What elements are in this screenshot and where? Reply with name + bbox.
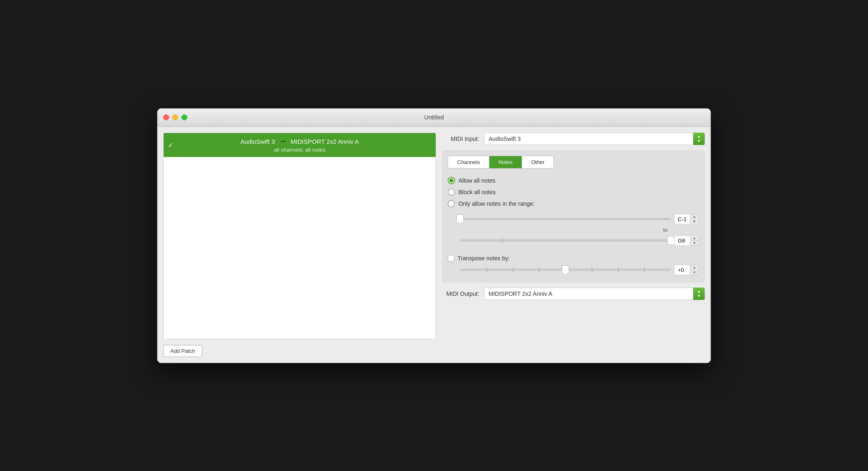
range-high-input-wrapper: ▲ ▼: [674, 236, 699, 246]
radio-block-all-label: Block all notes: [458, 189, 496, 195]
midi-output-label: MIDI Output:: [442, 290, 479, 297]
patch-subtitle: all channels; all notes: [169, 147, 430, 153]
traffic-lights: [163, 114, 187, 120]
patch-checkmark: ✓: [168, 141, 173, 149]
transpose-stepper-down[interactable]: ▼: [690, 270, 699, 275]
minimize-button[interactable]: [172, 114, 178, 120]
tab-notes[interactable]: Notes: [489, 156, 522, 168]
radio-range-label: Only allow notes in the range:: [458, 200, 534, 207]
right-panel: MIDI Input: AudioSwift 3 ▲ ▼ Channels No…: [442, 133, 705, 357]
radio-range[interactable]: Only allow notes in the range:: [448, 200, 699, 207]
transpose-stepper: ▲ ▼: [690, 265, 699, 275]
midi-input-row: MIDI Input: AudioSwift 3 ▲ ▼: [442, 133, 705, 145]
add-patch-area: Add Patch: [163, 343, 436, 357]
midi-output-select[interactable]: MIDISPORT 2x2 Anniv A: [484, 288, 705, 300]
patch-item[interactable]: ✓ AudioSwift 3 → MIDISPORT 2x2 Anniv A a…: [164, 133, 436, 157]
tabs-area: Channels Notes Other Allow all notes: [442, 150, 705, 283]
range-high-stepper-up[interactable]: ▲: [690, 236, 699, 240]
range-low-stepper-up[interactable]: ▲: [690, 214, 699, 219]
notes-content: Allow all notes Block all notes Only all…: [448, 175, 699, 277]
midi-input-select[interactable]: AudioSwift 3: [484, 133, 705, 145]
tabs-header: Channels Notes Other: [448, 156, 554, 169]
range-low-track: [460, 218, 671, 220]
radio-range-circle: [448, 200, 455, 207]
range-low-stepper: ▲ ▼: [690, 214, 699, 224]
radio-allow-all[interactable]: Allow all notes: [448, 177, 699, 184]
radio-allow-all-label: Allow all notes: [458, 177, 496, 184]
patch-arrow-icon: →: [279, 137, 286, 146]
tab-other[interactable]: Other: [522, 156, 554, 168]
range-high-stepper-down[interactable]: ▼: [690, 240, 699, 246]
midi-input-select-wrapper: AudioSwift 3 ▲ ▼: [484, 133, 705, 145]
maximize-button[interactable]: [181, 114, 187, 120]
range-high-stepper: ▲ ▼: [690, 236, 699, 246]
transpose-track: [460, 269, 671, 271]
range-high-thumb[interactable]: [667, 236, 675, 245]
radio-allow-all-circle: [448, 177, 455, 184]
patch-source: AudioSwift 3: [241, 138, 275, 145]
range-section: ▲ ▼ to: [448, 214, 699, 246]
radio-block-all-circle: [448, 188, 455, 196]
add-patch-button[interactable]: Add Patch: [163, 345, 202, 357]
range-low-thumb[interactable]: [456, 214, 464, 224]
transpose-value-wrapper: ▲ ▼: [674, 265, 699, 275]
left-panel: ✓ AudioSwift 3 → MIDISPORT 2x2 Anniv A a…: [163, 133, 436, 357]
range-high-slider-row: ▲ ▼: [460, 236, 699, 246]
radio-group: Allow all notes Block all notes Only all…: [448, 177, 699, 207]
transpose-section: Transpose notes by:: [448, 255, 699, 275]
midi-input-label: MIDI Input:: [442, 136, 479, 142]
range-high-track: [460, 239, 671, 242]
range-low-stepper-down[interactable]: ▼: [690, 219, 699, 224]
patch-list: ✓ AudioSwift 3 → MIDISPORT 2x2 Anniv A a…: [163, 133, 436, 339]
patch-destination: MIDISPORT 2x2 Anniv A: [291, 138, 359, 145]
midi-output-row: MIDI Output: MIDISPORT 2x2 Anniv A ▲ ▼: [442, 288, 705, 300]
titlebar: Untitled: [157, 109, 711, 127]
close-button[interactable]: [163, 114, 169, 120]
range-to-label: to: [460, 227, 671, 233]
transpose-slider-row: ▲ ▼: [448, 265, 699, 275]
patch-item-row: AudioSwift 3 → MIDISPORT 2x2 Anniv A: [169, 137, 430, 146]
transpose-thumb[interactable]: [562, 265, 569, 274]
app-window: Untitled ✓ AudioSwift 3 → MIDISPORT 2x2 …: [157, 108, 711, 363]
tab-channels[interactable]: Channels: [448, 156, 489, 168]
midi-output-select-wrapper: MIDISPORT 2x2 Anniv A ▲ ▼: [484, 288, 705, 300]
patch-list-empty-area: [164, 157, 436, 335]
range-low-input-wrapper: ▲ ▼: [674, 214, 699, 224]
window-title: Untitled: [424, 114, 444, 121]
transpose-checkbox[interactable]: [448, 255, 454, 262]
radio-block-all[interactable]: Block all notes: [448, 188, 699, 196]
range-low-slider-row: ▲ ▼: [460, 214, 699, 224]
window-body: ✓ AudioSwift 3 → MIDISPORT 2x2 Anniv A a…: [157, 127, 711, 363]
transpose-stepper-up[interactable]: ▲: [690, 265, 699, 270]
transpose-checkbox-row[interactable]: Transpose notes by:: [448, 255, 699, 262]
transpose-label: Transpose notes by:: [458, 255, 510, 262]
